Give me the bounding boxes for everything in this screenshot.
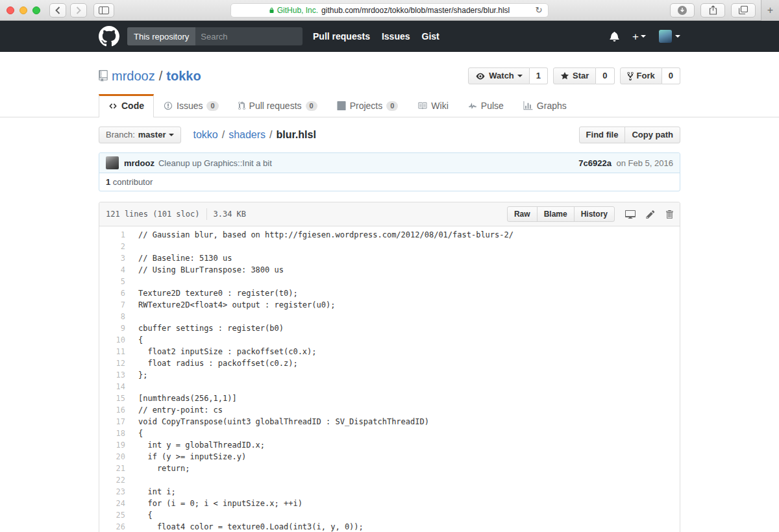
code-text: for (i = 0; i < inputSize.x; ++i) [132, 498, 680, 509]
line-number[interactable]: 12 [99, 357, 132, 369]
tab-issues[interactable]: Issues 0 [154, 94, 229, 117]
nav-pull-requests[interactable]: Pull requests [313, 31, 370, 42]
downloads-button[interactable] [670, 3, 695, 18]
tab-graphs[interactable]: Graphs [513, 94, 576, 117]
forward-button[interactable] [70, 3, 87, 18]
line-number[interactable]: 22 [99, 474, 132, 486]
tabs-overview-button[interactable] [731, 3, 756, 18]
minimize-button[interactable] [19, 6, 27, 14]
code-line: 9cbuffer settings : register(b0) [99, 322, 680, 334]
fork-button[interactable]: Fork [620, 67, 662, 84]
nav-gist[interactable]: Gist [422, 31, 439, 42]
code-text: float radius : packoffset(c0.z); [132, 357, 680, 369]
commit-message-link[interactable]: Cleanup up Graphics::Init a bit [158, 158, 272, 168]
close-button[interactable] [6, 6, 14, 14]
edit-file-button[interactable] [646, 210, 655, 219]
line-number[interactable]: 4 [99, 264, 132, 276]
code-text: { [132, 334, 680, 346]
octocat-mark-icon [99, 26, 119, 47]
line-number[interactable]: 21 [99, 463, 132, 474]
line-number[interactable]: 24 [99, 498, 132, 509]
new-tab-button[interactable]: + [761, 0, 779, 21]
user-menu[interactable] [659, 30, 680, 43]
tab-label: Wiki [431, 101, 448, 111]
line-number[interactable]: 11 [99, 346, 132, 357]
open-in-desktop-button[interactable] [625, 209, 636, 219]
reload-button[interactable]: ↻ [536, 5, 543, 15]
repo-owner-link[interactable]: mrdooz [112, 69, 155, 84]
line-number[interactable]: 1 [99, 229, 132, 241]
issue-icon [164, 101, 173, 110]
code-line: 6Texture2D texture0 : register(t0); [99, 287, 680, 299]
line-number[interactable]: 3 [99, 252, 132, 264]
line-number[interactable]: 10 [99, 334, 132, 346]
watch-count[interactable]: 1 [530, 67, 548, 84]
repo-name-link[interactable]: tokko [166, 69, 201, 84]
breadcrumb-dir-link[interactable]: shaders [229, 129, 266, 141]
line-number[interactable]: 6 [99, 287, 132, 299]
zoom-button[interactable] [32, 6, 40, 14]
tab-counter: 0 [306, 101, 317, 111]
breadcrumb-repo-link[interactable]: tokko [193, 129, 217, 141]
notifications-button[interactable] [610, 31, 619, 42]
line-number[interactable]: 13 [99, 369, 132, 381]
line-number[interactable]: 17 [99, 416, 132, 428]
copy-path-button[interactable]: Copy path [624, 127, 680, 143]
line-number[interactable]: 2 [99, 241, 132, 252]
code-line: 19 int y = globalThreadID.x; [99, 439, 680, 451]
code-text: // Gaussian blur, based on http://fgiese… [132, 229, 680, 241]
line-number[interactable]: 20 [99, 451, 132, 463]
tab-pulse[interactable]: Pulse [458, 94, 513, 117]
line-number[interactable]: 26 [99, 521, 132, 532]
find-file-button[interactable]: Find file [579, 127, 626, 143]
code-text [132, 381, 680, 393]
star-button[interactable]: Star [553, 67, 596, 84]
plus-icon: + [632, 31, 639, 42]
delete-file-button[interactable] [665, 210, 673, 219]
blame-button[interactable]: Blame [537, 206, 575, 222]
sidebar-toggle-button[interactable] [93, 3, 114, 18]
tab-wiki[interactable]: Wiki [408, 94, 458, 117]
url-text: github.com/mrdooz/tokko/blob/master/shad… [321, 6, 510, 15]
repo-actions: Watch 1 Star 0 [468, 67, 680, 84]
star-count[interactable]: 0 [596, 67, 614, 84]
line-number[interactable]: 16 [99, 404, 132, 416]
line-number[interactable]: 15 [99, 393, 132, 404]
back-button[interactable] [49, 3, 66, 18]
line-number[interactable]: 18 [99, 428, 132, 439]
search-input[interactable] [195, 32, 303, 42]
branch-selector[interactable]: Branch: master [99, 127, 181, 143]
github-page: This repository Pull requests Issues Gis… [0, 21, 779, 532]
history-button[interactable]: History [574, 206, 615, 222]
commit-sha-link[interactable]: 7c6922a [578, 158, 612, 168]
code-line: 23 int i; [99, 486, 680, 498]
line-number[interactable]: 8 [99, 311, 132, 322]
line-number[interactable]: 23 [99, 486, 132, 498]
commit-author-avatar[interactable] [106, 156, 119, 169]
line-number[interactable]: 14 [99, 381, 132, 393]
line-number[interactable]: 25 [99, 509, 132, 521]
line-number[interactable]: 5 [99, 276, 132, 287]
tab-label: Graphs [537, 101, 567, 111]
line-number[interactable]: 19 [99, 439, 132, 451]
share-button[interactable] [700, 3, 725, 18]
fork-count[interactable]: 0 [662, 67, 680, 84]
commit-author-link[interactable]: mrdooz [124, 158, 155, 168]
line-number[interactable]: 9 [99, 322, 132, 334]
nav-issues[interactable]: Issues [382, 31, 410, 42]
tab-projects[interactable]: Projects 0 [327, 94, 408, 117]
tab-code[interactable]: Code [99, 94, 154, 117]
raw-button[interactable]: Raw [507, 206, 538, 222]
tab-pull-requests[interactable]: Pull requests 0 [229, 94, 327, 117]
create-new-button[interactable]: + [632, 31, 646, 42]
code-line: 10{ [99, 334, 680, 346]
address-bar[interactable]: GitHub, Inc. github.com/mrdooz/tokko/blo… [230, 3, 549, 18]
github-logo[interactable] [99, 26, 119, 47]
commit-meta: 7c6922a on Feb 5, 2016 [578, 158, 673, 168]
line-number[interactable]: 7 [99, 299, 132, 311]
breadcrumb: tokko / shaders / blur.hlsl [193, 129, 315, 141]
watch-button[interactable]: Watch [468, 67, 530, 84]
contributors-row[interactable]: 1 contributor [99, 173, 680, 191]
pencil-icon [646, 210, 655, 219]
code-text: int i; [132, 486, 680, 498]
